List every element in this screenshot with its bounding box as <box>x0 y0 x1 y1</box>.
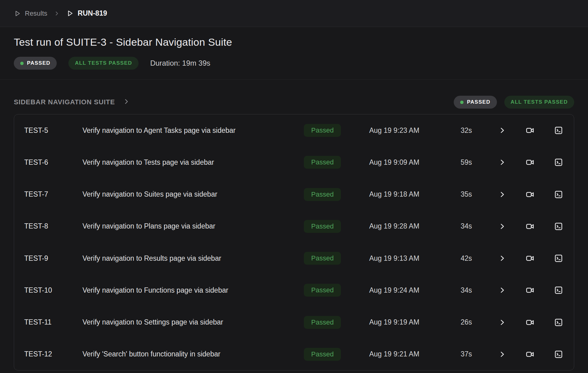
test-timestamp: Aug 19 9:18 AM <box>350 190 439 198</box>
view-logs-button[interactable] <box>553 156 564 168</box>
chevron-right-icon <box>498 126 506 134</box>
test-id: TEST-6 <box>24 158 82 167</box>
view-logs-button[interactable] <box>553 221 564 232</box>
view-recording-button[interactable] <box>524 284 536 296</box>
test-status-badge: Passed <box>304 252 341 265</box>
test-status-badge: Passed <box>304 124 341 137</box>
test-status-badge: Passed <box>304 316 341 329</box>
view-logs-button[interactable] <box>553 125 564 136</box>
test-id: TEST-11 <box>24 318 82 326</box>
test-id: TEST-12 <box>24 350 82 358</box>
expand-test-button[interactable] <box>497 285 507 295</box>
test-status-cell: Passed <box>304 124 350 137</box>
play-outline-icon <box>66 10 74 17</box>
test-status-cell: Passed <box>304 252 350 265</box>
test-results-table: TEST-5 Verify navigation to Agent Tasks … <box>14 114 574 371</box>
test-actions <box>494 125 564 136</box>
terminal-icon <box>554 222 563 231</box>
chevron-right-icon <box>123 98 130 106</box>
test-row[interactable]: TEST-8 Verify navigation to Plans page v… <box>14 210 574 242</box>
test-row[interactable]: TEST-11 Verify navigation to Settings pa… <box>14 306 574 338</box>
run-duration: Duration: 19m 39s <box>150 59 210 67</box>
terminal-icon <box>554 254 563 263</box>
suite-result-badge: ALL TESTS PASSED <box>504 96 574 109</box>
view-recording-button[interactable] <box>524 125 536 136</box>
test-duration: 32s <box>439 126 494 135</box>
test-description: Verify navigation to Functions page via … <box>82 286 304 294</box>
play-outline-icon <box>14 10 21 17</box>
expand-test-button[interactable] <box>497 189 507 200</box>
view-logs-button[interactable] <box>553 189 564 200</box>
run-status-badge: PASSED <box>14 57 57 70</box>
test-status-badge: Passed <box>304 348 341 361</box>
page-header: Test run of SUITE-3 - Sidebar Navigation… <box>0 36 588 80</box>
breadcrumb-label: RUN-819 <box>78 9 107 17</box>
test-row[interactable]: TEST-7 Verify navigation to Suites page … <box>14 179 574 210</box>
test-actions <box>494 284 564 296</box>
chevron-right-icon <box>498 286 506 294</box>
test-status-badge: Passed <box>304 156 341 169</box>
view-recording-button[interactable] <box>524 221 536 232</box>
breadcrumb-label: Results <box>25 10 47 17</box>
view-logs-button[interactable] <box>553 348 564 360</box>
test-description: Verify navigation to Settings page via s… <box>82 318 304 326</box>
test-timestamp: Aug 19 9:19 AM <box>350 318 439 326</box>
expand-test-button[interactable] <box>497 253 507 263</box>
view-recording-button[interactable] <box>524 156 536 168</box>
test-status-badge: Passed <box>304 188 341 201</box>
expand-test-button[interactable] <box>497 125 507 136</box>
chevron-right-icon <box>498 190 506 198</box>
view-recording-button[interactable] <box>524 252 536 264</box>
suite-header: SIDEBAR NAVIGATION SUITE PASSED ALL TEST… <box>0 96 588 109</box>
test-timestamp: Aug 19 9:28 AM <box>350 222 439 230</box>
video-camera-icon <box>525 350 535 359</box>
video-camera-icon <box>525 126 535 135</box>
view-recording-button[interactable] <box>524 317 536 328</box>
test-timestamp: Aug 19 9:24 AM <box>350 286 439 294</box>
terminal-icon <box>554 286 563 295</box>
expand-test-button[interactable] <box>497 221 507 232</box>
test-status-cell: Passed <box>304 284 350 297</box>
terminal-icon <box>554 190 563 199</box>
test-description: Verify navigation to Plans page via side… <box>82 222 304 230</box>
terminal-icon <box>554 318 563 327</box>
test-row[interactable]: TEST-12 Verify 'Search' button functiona… <box>14 338 574 370</box>
page-title: Test run of SUITE-3 - Sidebar Navigation… <box>14 36 574 48</box>
chevron-right-icon <box>498 318 506 326</box>
test-row[interactable]: TEST-9 Verify navigation to Results page… <box>14 242 574 274</box>
view-recording-button[interactable] <box>524 348 536 360</box>
test-row[interactable]: TEST-10 Verify navigation to Functions p… <box>14 274 574 306</box>
view-logs-button[interactable] <box>553 317 564 328</box>
expand-test-button[interactable] <box>497 317 507 328</box>
suite-status-badge: PASSED <box>454 96 497 109</box>
test-row[interactable]: TEST-5 Verify navigation to Agent Tasks … <box>14 114 574 146</box>
view-logs-button[interactable] <box>553 284 564 296</box>
view-logs-button[interactable] <box>553 252 564 264</box>
test-id: TEST-7 <box>24 190 82 198</box>
test-timestamp: Aug 19 9:09 AM <box>350 158 439 167</box>
video-camera-icon <box>525 286 535 295</box>
breadcrumb-item-run: RUN-819 <box>66 9 107 17</box>
run-result-badge: ALL TESTS PASSED <box>68 57 138 70</box>
breadcrumb-item-results[interactable]: Results <box>14 10 47 17</box>
suite-name: SIDEBAR NAVIGATION SUITE <box>14 98 115 106</box>
test-row[interactable]: TEST-6 Verify navigation to Tests page v… <box>14 146 574 178</box>
run-meta-row: PASSED ALL TESTS PASSED Duration: 19m 39… <box>14 57 574 70</box>
test-timestamp: Aug 19 9:23 AM <box>350 126 439 135</box>
video-camera-icon <box>525 254 535 263</box>
expand-test-button[interactable] <box>497 349 507 360</box>
chevron-right-icon <box>498 254 506 262</box>
view-recording-button[interactable] <box>524 189 536 200</box>
suite-badges: PASSED ALL TESTS PASSED <box>454 96 574 109</box>
video-camera-icon <box>525 318 535 327</box>
expand-test-button[interactable] <box>497 157 507 167</box>
test-duration: 26s <box>439 318 494 326</box>
suite-toggle[interactable]: SIDEBAR NAVIGATION SUITE <box>14 98 130 106</box>
test-actions <box>494 189 564 200</box>
chevron-right-icon <box>52 11 61 16</box>
test-description: Verify navigation to Suites page via sid… <box>82 190 304 198</box>
test-status-badge: Passed <box>304 220 341 233</box>
video-camera-icon <box>525 190 535 199</box>
test-status-cell: Passed <box>304 348 350 361</box>
chevron-right-icon <box>498 350 506 358</box>
